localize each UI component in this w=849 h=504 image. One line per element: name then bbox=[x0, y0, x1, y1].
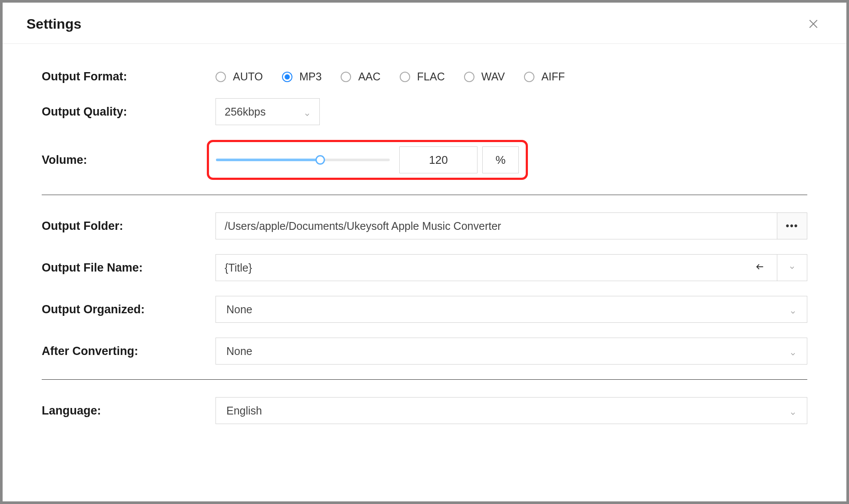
radio-circle-icon bbox=[216, 72, 226, 82]
output-filename-dropdown-button[interactable] bbox=[777, 254, 807, 281]
chevron-down-icon bbox=[304, 108, 311, 115]
radio-auto[interactable]: AUTO bbox=[216, 70, 263, 83]
dialog-header: Settings bbox=[3, 3, 846, 44]
row-volume: Volume: % bbox=[42, 140, 807, 180]
radio-circle-icon bbox=[282, 72, 292, 82]
radio-circle-icon bbox=[400, 72, 410, 82]
output-organized-select[interactable]: None bbox=[216, 296, 807, 323]
row-after-converting: After Converting: None bbox=[42, 338, 807, 365]
output-folder-browse-button[interactable]: ••• bbox=[777, 212, 807, 239]
language-value: English bbox=[226, 405, 262, 417]
chevron-down-icon bbox=[789, 264, 796, 271]
chevron-down-icon bbox=[789, 306, 796, 313]
radio-label: MP3 bbox=[299, 70, 322, 83]
chevron-down-icon bbox=[789, 407, 796, 414]
slider-thumb[interactable] bbox=[315, 155, 325, 165]
row-output-quality: Output Quality: 256kbps bbox=[42, 98, 807, 125]
volume-input[interactable] bbox=[399, 146, 478, 173]
radio-label: FLAC bbox=[417, 70, 445, 83]
output-filename-value: {Title} bbox=[225, 262, 252, 274]
label-volume: Volume: bbox=[42, 153, 216, 167]
label-after-converting: After Converting: bbox=[42, 345, 216, 358]
arrow-left-icon[interactable] bbox=[755, 262, 768, 274]
output-organized-value: None bbox=[226, 303, 252, 316]
radio-label: AAC bbox=[358, 70, 380, 83]
dialog-title: Settings bbox=[27, 16, 81, 32]
row-output-filename: Output File Name: {Title} bbox=[42, 254, 807, 281]
label-output-folder: Output Folder: bbox=[42, 219, 216, 233]
label-language: Language: bbox=[42, 404, 216, 418]
output-quality-select[interactable]: 256kbps bbox=[216, 98, 320, 125]
output-folder-input[interactable]: /Users/apple/Documents/Ukeysoft Apple Mu… bbox=[216, 212, 777, 239]
volume-highlight: % bbox=[207, 140, 528, 180]
output-filename-wrap: {Title} bbox=[216, 254, 807, 281]
output-folder-value: /Users/apple/Documents/Ukeysoft Apple Mu… bbox=[225, 220, 501, 232]
divider bbox=[42, 195, 807, 195]
radio-wav[interactable]: WAV bbox=[464, 70, 505, 83]
label-output-format: Output Format: bbox=[42, 70, 216, 83]
row-output-organized: Output Organized: None bbox=[42, 296, 807, 323]
output-folder-wrap: /Users/apple/Documents/Ukeysoft Apple Mu… bbox=[216, 212, 807, 239]
volume-unit: % bbox=[482, 146, 519, 173]
after-converting-value: None bbox=[226, 345, 252, 358]
radio-aac[interactable]: AAC bbox=[341, 70, 380, 83]
close-icon bbox=[808, 18, 819, 30]
slider-filled bbox=[216, 159, 320, 161]
chevron-down-icon bbox=[789, 348, 796, 355]
divider bbox=[42, 379, 807, 380]
row-output-format: Output Format: AUTO MP3 AAC FLAC bbox=[42, 70, 807, 83]
ellipsis-icon: ••• bbox=[786, 220, 798, 232]
language-select[interactable]: English bbox=[216, 397, 807, 424]
close-button[interactable] bbox=[804, 15, 822, 33]
radio-circle-icon bbox=[341, 72, 351, 82]
label-output-quality: Output Quality: bbox=[42, 105, 216, 119]
output-quality-value: 256kbps bbox=[225, 106, 266, 118]
radio-circle-icon bbox=[464, 72, 474, 82]
radio-label: AUTO bbox=[233, 70, 263, 83]
row-language: Language: English bbox=[42, 397, 807, 424]
dialog-content: Output Format: AUTO MP3 AAC FLAC bbox=[3, 44, 846, 424]
label-output-organized: Output Organized: bbox=[42, 303, 216, 316]
radio-label: WAV bbox=[481, 70, 505, 83]
volume-slider[interactable] bbox=[216, 159, 390, 161]
radio-label: AIFF bbox=[541, 70, 565, 83]
output-format-radios: AUTO MP3 AAC FLAC WAV bbox=[216, 70, 565, 83]
after-converting-select[interactable]: None bbox=[216, 338, 807, 365]
settings-dialog: Settings Output Format: AUTO MP3 bbox=[3, 3, 846, 501]
output-filename-input[interactable]: {Title} bbox=[216, 254, 777, 281]
radio-circle-icon bbox=[524, 72, 534, 82]
radio-aiff[interactable]: AIFF bbox=[524, 70, 565, 83]
radio-flac[interactable]: FLAC bbox=[400, 70, 445, 83]
label-output-filename: Output File Name: bbox=[42, 261, 216, 275]
row-output-folder: Output Folder: /Users/apple/Documents/Uk… bbox=[42, 212, 807, 239]
radio-mp3[interactable]: MP3 bbox=[282, 70, 322, 83]
